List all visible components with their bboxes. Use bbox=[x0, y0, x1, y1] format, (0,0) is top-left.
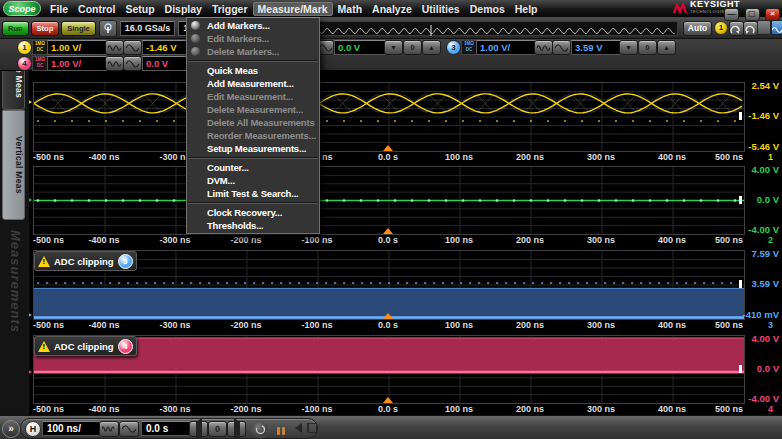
trigger-slope-falling-icon[interactable] bbox=[743, 21, 758, 36]
timebase-zoom-in-icon[interactable] bbox=[119, 421, 139, 437]
timebase-scale-field[interactable]: 100 ns/ bbox=[42, 421, 100, 436]
channel-2-offset-field[interactable]: 0.0 V bbox=[334, 40, 386, 55]
display-icon[interactable] bbox=[757, 20, 771, 35]
horizontal-h-button[interactable]: H bbox=[25, 421, 41, 437]
menubar-item-math[interactable]: Math bbox=[333, 2, 368, 16]
channel-2-position-marker[interactable] bbox=[739, 196, 742, 204]
waveform-grid-channel-3[interactable] bbox=[33, 250, 745, 320]
channel-4-waveform-large-icon[interactable] bbox=[123, 56, 142, 71]
channel-2-offset-up-button[interactable]: ▲ bbox=[422, 40, 441, 55]
adc-clipping-text: ADC clipping bbox=[54, 341, 114, 352]
menubar-item-display[interactable]: Display bbox=[160, 2, 207, 16]
window-controls: — ▢ × bbox=[723, 2, 780, 21]
x-tick-label: 0.0 s bbox=[378, 235, 398, 245]
channel-4-scale-field[interactable]: 1.00 V/ bbox=[47, 56, 109, 71]
channel-1-waveform-small-icon[interactable] bbox=[105, 40, 124, 55]
trigger-time-marker[interactable] bbox=[383, 145, 393, 151]
menubar-item-utilities[interactable]: Utilities bbox=[417, 2, 465, 16]
menu-item-limit-test-search[interactable]: Limit Test & Search... bbox=[187, 187, 319, 200]
channel-4-indicator[interactable]: 4 bbox=[17, 56, 32, 71]
scope-logo[interactable]: Scope bbox=[3, 1, 41, 16]
channel-3-offset-field[interactable]: 3.59 V bbox=[571, 40, 621, 55]
channel-3-offset-up-button[interactable]: ▲ bbox=[657, 40, 676, 55]
menu-item-add-measurement[interactable]: Add Measurement... bbox=[187, 77, 319, 90]
horizontal-position-field[interactable]: 0.0 s bbox=[141, 421, 191, 436]
menubar-item-help[interactable]: Help bbox=[510, 2, 543, 16]
acquisition-preview-bar[interactable] bbox=[318, 21, 678, 36]
single-button[interactable]: Single bbox=[61, 21, 96, 36]
channel-2-offset-down-button[interactable]: ▼ bbox=[384, 40, 403, 55]
channel-3-position-marker[interactable] bbox=[739, 280, 742, 288]
menubar-item-setup[interactable]: Setup bbox=[120, 2, 159, 16]
channel-3-waveform-small-icon[interactable] bbox=[534, 40, 553, 55]
menu-item-delete-markers: Delete Markers... bbox=[187, 45, 319, 58]
menu-item-edit-measurement: Edit Measurement... bbox=[187, 90, 319, 103]
axis-channel-number-4: 4 bbox=[768, 404, 773, 414]
trigger-time-marker[interactable] bbox=[383, 313, 393, 319]
channel-2-offset-zero-button[interactable]: 0 bbox=[403, 40, 422, 55]
channel-3-scale-field[interactable]: 1.00 V/ bbox=[476, 40, 538, 55]
waveform-grid-channel-4[interactable] bbox=[33, 335, 745, 404]
menubar-item-demos[interactable]: Demos bbox=[465, 2, 510, 16]
channel-1-waveform-large-icon[interactable] bbox=[123, 40, 142, 55]
timebase-zoom-out-icon[interactable] bbox=[99, 421, 119, 437]
waveform-grid-channel-2[interactable] bbox=[33, 166, 745, 235]
tab-vertical-meas[interactable]: Vertical Meas bbox=[2, 110, 25, 220]
menu-item-setup-measurements[interactable]: Setup Measurements... bbox=[187, 142, 319, 155]
badge-channel-number[interactable]: 4 bbox=[118, 339, 133, 354]
x-tick-label: 500 ns bbox=[715, 235, 743, 245]
menubar-item-measure-mark[interactable]: Measure/Mark bbox=[253, 2, 333, 16]
stop-button[interactable]: Stop bbox=[31, 21, 60, 36]
trigger-source-indicator[interactable]: 1 bbox=[714, 21, 728, 35]
channel-1-offset-field[interactable]: -1.46 V bbox=[142, 40, 192, 55]
menubar-item-trigger[interactable]: Trigger bbox=[207, 2, 253, 16]
channel-4-offset-field[interactable]: 0.0 V bbox=[142, 56, 192, 71]
waveform-window-icon[interactable] bbox=[771, 20, 782, 35]
run-button[interactable]: Run bbox=[2, 21, 29, 36]
channel-3-indicator[interactable]: 3 bbox=[446, 40, 461, 55]
menu-item-clock-recovery[interactable]: Clock Recovery... bbox=[187, 206, 319, 219]
position-right-button[interactable] bbox=[227, 421, 246, 437]
adc-clipping-text: ADC clipping bbox=[54, 256, 114, 267]
menubar-item-analyze[interactable]: Analyze bbox=[367, 2, 417, 16]
bookmark-flag-icon[interactable] bbox=[307, 423, 317, 433]
minimize-button[interactable]: — bbox=[724, 8, 739, 21]
channel-1-position-marker[interactable] bbox=[739, 112, 742, 120]
menubar-item-file[interactable]: File bbox=[45, 2, 73, 16]
menu-separator bbox=[188, 202, 318, 204]
scope-application-window: Scope FileControlSetupDisplayTriggerMeas… bbox=[0, 0, 782, 439]
menu-item-thresholds[interactable]: Thresholds... bbox=[187, 219, 319, 232]
axis-label-mid-ch3: 3.59 V bbox=[719, 278, 779, 289]
waveform-grid-channel-1[interactable] bbox=[33, 82, 745, 152]
position-left-button[interactable] bbox=[189, 421, 208, 437]
menu-item-dvm[interactable]: DVM... bbox=[187, 174, 319, 187]
menu-item-quick-meas[interactable]: Quick Meas bbox=[187, 64, 319, 77]
channel-1-scale-field[interactable]: 1.00 V/ bbox=[47, 40, 109, 55]
channel-1-indicator[interactable]: 1 bbox=[17, 40, 32, 55]
menubar-item-control[interactable]: Control bbox=[73, 2, 120, 16]
menu-item-add-markers[interactable]: Add Markers... bbox=[187, 19, 319, 32]
touch-icon[interactable] bbox=[99, 20, 117, 37]
zoom-mode-icon[interactable] bbox=[252, 421, 269, 438]
pause-icon[interactable] bbox=[273, 421, 289, 436]
collapse-chevron-icon[interactable] bbox=[295, 423, 302, 433]
channel-4-waveform-small-icon[interactable] bbox=[105, 56, 124, 71]
maximize-button[interactable]: ▢ bbox=[745, 8, 760, 21]
x-tick-label: 500 ns bbox=[715, 152, 743, 162]
trigger-slope-rising-icon[interactable] bbox=[729, 21, 744, 36]
menu-item-counter[interactable]: Counter... bbox=[187, 161, 319, 174]
channel-3-offset-down-button[interactable]: ▼ bbox=[619, 40, 638, 55]
x-tick-label: -100 ns bbox=[301, 235, 332, 245]
badge-channel-number[interactable]: 3 bbox=[118, 254, 133, 269]
close-button[interactable]: × bbox=[765, 8, 780, 21]
channel-3-offset-zero-button[interactable]: 0 bbox=[638, 40, 657, 55]
expand-toolbar-button[interactable]: » bbox=[2, 420, 20, 438]
channel-3-waveform-large-icon[interactable] bbox=[552, 40, 571, 55]
position-zero-button[interactable]: 0 bbox=[208, 421, 227, 437]
trigger-time-marker[interactable] bbox=[383, 228, 393, 234]
x-tick-label: -100 ns bbox=[301, 320, 332, 330]
trigger-time-marker[interactable] bbox=[383, 397, 393, 403]
x-tick-label: -400 ns bbox=[88, 152, 119, 162]
auto-trigger-button[interactable]: Auto bbox=[683, 21, 712, 36]
channel-4-position-marker[interactable] bbox=[739, 365, 742, 373]
